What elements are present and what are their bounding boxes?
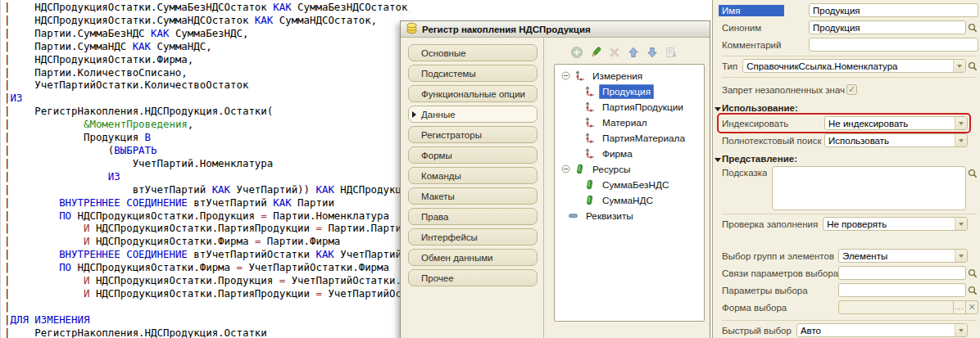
metadata-tree[interactable]: ИзмеренияПродукцияПартияПродукцииМатериа… bbox=[554, 64, 705, 322]
tooltip-magnifier-icon[interactable] bbox=[967, 167, 978, 180]
group-choice-label[interactable]: Выбор групп и элементов bbox=[722, 251, 838, 261]
tab-label: Основные bbox=[421, 48, 466, 58]
name-label[interactable]: Имя bbox=[719, 5, 784, 16]
presentation-section-header[interactable]: Представление: bbox=[715, 153, 978, 164]
code-line: | bbox=[4, 300, 410, 313]
tab-Подсистемы[interactable]: Подсистемы bbox=[408, 65, 538, 82]
choice-form-input[interactable] bbox=[838, 300, 954, 314]
dialog-titlebar[interactable]: Регистр накопления НДСПродукция bbox=[401, 21, 710, 38]
move-up-button[interactable] bbox=[627, 46, 640, 59]
deny-empty-label[interactable]: Запрет незаполненных знач bbox=[722, 85, 845, 95]
separator bbox=[722, 320, 977, 321]
tree-item-label: Продукция bbox=[599, 84, 654, 99]
tab-Функциональные опции[interactable]: Функциональные опции bbox=[408, 85, 538, 102]
dimension-icon bbox=[584, 86, 595, 97]
tree-item-Материал[interactable]: Материал bbox=[556, 115, 702, 130]
ellipsis-button[interactable] bbox=[954, 300, 966, 314]
comment-label[interactable]: Комментарий bbox=[722, 40, 809, 50]
choice-params-label[interactable]: Параметры выбора bbox=[722, 286, 838, 295]
choice-params-input[interactable] bbox=[838, 283, 966, 297]
property-row-choice-links: Связи параметров выбора bbox=[722, 265, 978, 281]
tree-item-Ресурсы[interactable]: Ресурсы bbox=[556, 161, 702, 177]
choice-links-input[interactable] bbox=[838, 266, 966, 280]
tab-Прочее[interactable]: Прочее bbox=[408, 269, 538, 286]
type-combobox[interactable]: СправочникСсылка.Номенклатура bbox=[742, 59, 966, 73]
property-row-quick-choice: Быстрый выбор Авто bbox=[722, 322, 978, 338]
collapse-triangle-icon[interactable] bbox=[715, 106, 722, 111]
expander-minus-icon[interactable] bbox=[561, 164, 570, 174]
tab-Интерфейсы[interactable]: Интерфейсы bbox=[408, 228, 538, 246]
tree-item-label: СуммаНДС bbox=[599, 193, 656, 208]
chevron-down-icon[interactable] bbox=[955, 324, 967, 336]
tooltip-textarea[interactable] bbox=[772, 166, 966, 210]
delete-button[interactable] bbox=[608, 46, 621, 59]
tree-item-СуммаНДС[interactable]: СуммаНДС bbox=[556, 192, 702, 208]
quick-choice-label[interactable]: Быстрый выбор bbox=[722, 326, 792, 336]
tab-Формы[interactable]: Формы bbox=[408, 146, 538, 164]
separator bbox=[722, 56, 977, 56]
code-line: | ВНУТРЕННЕЕ СОЕДИНЕНИЕ втУчетПартийОста… bbox=[4, 248, 410, 261]
chevron-down-icon[interactable] bbox=[955, 250, 967, 262]
tab-Данные[interactable]: Данные bbox=[408, 106, 538, 123]
tab-Основные[interactable]: Основные bbox=[408, 44, 538, 61]
name-input[interactable]: Продукция bbox=[809, 3, 978, 17]
tree-item-ПартияМатериала[interactable]: ПартияМатериала bbox=[556, 130, 702, 146]
code-editor[interactable]: | НДСПродукцияОстатки.СуммаБезНДСОстаток… bbox=[0, 0, 410, 338]
tooltip-label[interactable]: Подсказка bbox=[722, 168, 767, 178]
choice-params-magnifier-icon[interactable] bbox=[967, 284, 978, 297]
tab-Права[interactable]: Права bbox=[408, 208, 538, 225]
tree-item-Измерения[interactable]: Измерения bbox=[556, 68, 702, 83]
tree-item-label: ПартияМатериала bbox=[599, 131, 688, 146]
properties-palette: Имя Продукция Синоним Продукция Коммента… bbox=[712, 0, 980, 338]
choice-form-label[interactable]: Форма выбора bbox=[722, 303, 838, 313]
type-label[interactable]: Тип bbox=[722, 61, 737, 71]
indexing-dropdown[interactable]: Не индексировать bbox=[824, 116, 968, 130]
quick-choice-dropdown[interactable]: Авто bbox=[796, 323, 968, 337]
dialog-content: ИзмеренияПродукцияПартияПродукцииМатериа… bbox=[544, 38, 710, 338]
type-magnifier-icon[interactable] bbox=[967, 60, 978, 73]
chevron-down-icon[interactable] bbox=[955, 134, 967, 146]
fill-check-label[interactable]: Проверка заполнения bbox=[722, 219, 818, 229]
code-line: | ПО НДСПродукцияОстатки.Продукция = Пар… bbox=[4, 210, 410, 223]
tree-item-СуммаБезНДС[interactable]: СуммаБезНДС bbox=[556, 177, 702, 192]
tab-Регистраторы[interactable]: Регистраторы bbox=[408, 126, 538, 143]
chevron-down-icon[interactable] bbox=[955, 117, 967, 129]
synonym-label[interactable]: Синоним bbox=[722, 23, 809, 33]
collapse-triangle-icon[interactable] bbox=[715, 156, 722, 162]
code-line: | РегистрНакопления.НДСПродукция.Остатки… bbox=[4, 105, 410, 118]
fulltext-label[interactable]: Полнотекстовый поиск bbox=[722, 136, 824, 146]
add-button[interactable] bbox=[570, 46, 583, 59]
choice-links-magnifier-icon[interactable] bbox=[967, 267, 978, 280]
tree-item-Фирма[interactable]: Фирма bbox=[556, 146, 702, 161]
tab-label: Функциональные опции bbox=[421, 89, 525, 99]
sort-list-button[interactable] bbox=[665, 46, 678, 59]
chevron-down-icon[interactable] bbox=[955, 218, 967, 230]
resource-icon bbox=[584, 195, 595, 205]
group-choice-dropdown[interactable]: Элементы bbox=[838, 249, 968, 263]
edit-button[interactable] bbox=[589, 46, 602, 59]
fulltext-dropdown[interactable]: Использовать bbox=[824, 133, 968, 147]
indexing-label[interactable]: Индексировать bbox=[722, 119, 824, 128]
chevron-down-icon[interactable] bbox=[953, 60, 965, 72]
tab-Макеты[interactable]: Макеты bbox=[408, 187, 538, 205]
dialog-tab-list: ОсновныеПодсистемыФункциональные опцииДа… bbox=[401, 38, 544, 338]
tree-item-ПартияПродукции[interactable]: ПартияПродукции bbox=[556, 99, 702, 115]
tab-Команды[interactable]: Команды bbox=[408, 167, 538, 184]
deny-empty-checkbox[interactable] bbox=[846, 84, 857, 95]
comment-input[interactable] bbox=[809, 38, 978, 52]
move-down-button[interactable] bbox=[646, 46, 659, 59]
code-line: | И НДСПродукцияОстатки.Продукция = Учет… bbox=[4, 274, 410, 287]
tree-item-Продукция[interactable]: Продукция bbox=[556, 83, 702, 99]
tree-item-Реквизиты[interactable]: Реквизиты bbox=[556, 208, 702, 223]
code-line: | ПО НДСПродукцияОстатки.Фирма = УчетПар… bbox=[4, 261, 410, 274]
clear-button[interactable] bbox=[966, 300, 978, 314]
synonym-magnifier-icon[interactable] bbox=[967, 21, 978, 34]
code-line: | И НДСПродукцияОстатки.ПартияПродукции … bbox=[4, 222, 410, 235]
usage-section-header[interactable]: Использование: bbox=[715, 102, 978, 114]
synonym-input[interactable]: Продукция bbox=[809, 20, 966, 34]
property-row-indexing: Индексировать Не индексировать bbox=[722, 115, 978, 131]
choice-links-label[interactable]: Связи параметров выбора bbox=[722, 268, 838, 278]
fill-check-dropdown[interactable]: Не проверять bbox=[823, 217, 968, 231]
expander-minus-icon[interactable] bbox=[561, 71, 570, 80]
tab-Обмен данными[interactable]: Обмен данными bbox=[408, 249, 538, 266]
